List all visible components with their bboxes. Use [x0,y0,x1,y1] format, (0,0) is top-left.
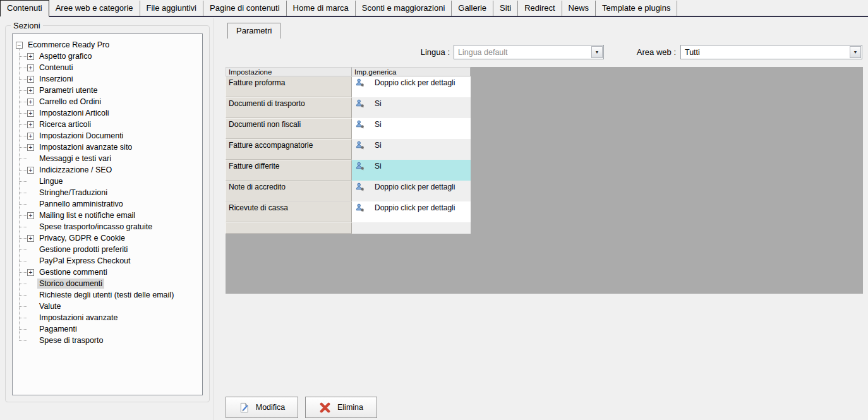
tab-contenuti[interactable]: Contenuti [0,0,49,17]
tree-item-aspetto-grafico[interactable]: + Aspetto grafico [13,51,202,62]
value-cell[interactable]: Si [352,139,471,160]
value-cell[interactable]: Si [352,118,471,139]
tree-expander-icon[interactable]: + [27,235,34,242]
table-row-note-di-accredito[interactable]: Note di accredito Doppio click per detta… [226,181,471,201]
area-web-value: Tutti [681,48,850,57]
tab-sconti-e-maggiorazioni[interactable]: Sconti e maggiorazioni [356,1,452,16]
tree-expander-icon [27,189,34,196]
tree-expander-icon[interactable]: + [27,144,34,151]
tree-expander-icon [27,258,34,265]
setting-cell[interactable]: Ricevute di cassa [226,201,352,222]
tree-expander-icon [27,292,34,299]
table-row-fatture-differite[interactable]: Fatture differite Si [226,160,471,181]
tree-item-spese-di-trasporto[interactable]: Spese di trasporto [13,335,202,346]
setting-cell[interactable]: Fatture proforma [226,76,352,97]
value-cell[interactable]: Doppio click per dettagli [352,201,471,222]
tree-item-impostazioni-documenti[interactable]: + Impostazioni Documenti [13,130,202,141]
tree-children: + Aspetto grafico + Contenuti + Inserzio… [13,51,202,346]
tree-expander-icon [27,326,34,333]
tree-item-inserzioni[interactable]: + Inserzioni [13,73,202,85]
tab-home-di-marca[interactable]: Home di marca [287,1,356,16]
tree-expander-icon[interactable]: + [27,99,34,105]
tree-item-root[interactable]: − Ecommerce Ready Pro [13,39,202,51]
user-setting-icon [356,120,365,129]
col-header-imp-generica[interactable]: Imp.generica [352,67,471,76]
tab-file-aggiuntivi[interactable]: File aggiuntivi [140,1,204,16]
tab-aree-web-e-categorie[interactable]: Aree web e categorie [49,1,140,16]
tree-expander-icon[interactable]: + [27,121,34,128]
tab-template-e-plugins[interactable]: Template e plugins [596,1,677,16]
tree-expander-icon[interactable]: + [27,133,34,140]
tree-item-gestione-prodotti-preferiti[interactable]: Gestione prodotti preferiti [13,244,202,255]
value-cell[interactable]: Doppio click per dettagli [352,76,471,97]
top-tab-bar: ContenutiAree web e categorieFile aggiun… [0,0,868,17]
tree-item-parametri-utente[interactable]: + Parametri utente [13,85,202,96]
tree-item-impostazioni-avanzate-sito[interactable]: + Impostazioni avanzate sito [13,141,202,153]
tree-item-mailing-list-e-notifiche-email[interactable]: + Mailing list e notifiche email [13,210,202,221]
table-row-documenti-non-fiscali[interactable]: Documenti non fiscali Si [226,118,471,139]
tree-item-impostazioni-articoli[interactable]: + Impostazioni Articoli [13,107,202,119]
tree-item-indicizzazione-seo[interactable]: + Indicizzazione / SEO [13,164,202,176]
modifica-label: Modifica [256,403,286,412]
tree-expander-icon [27,155,34,162]
table-row-fatture-accompagnatorie[interactable]: Fatture accompagnatorie Si [226,139,471,160]
tree-item-spese-trasporto-incasso-gratuite[interactable]: Spese trasporto/incasso gratuite [13,221,202,232]
modifica-button[interactable]: Modifica [226,397,298,418]
user-setting-icon [356,162,365,171]
tree-item-valute[interactable]: Valute [13,301,202,312]
tab-parametri[interactable]: Parametri [227,23,280,39]
chevron-down-icon[interactable]: ▼ [850,46,861,58]
table-row-ricevute-di-cassa[interactable]: Ricevute di cassa Doppio click per detta… [226,201,471,222]
user-setting-icon [356,78,365,87]
elimina-button[interactable]: Elimina [305,397,377,418]
tab-redirect[interactable]: Redirect [518,1,562,16]
tree-item-gestione-commenti[interactable]: + Gestione commenti [13,267,202,278]
table-row-fatture-proforma[interactable]: Fatture proforma Doppio click per dettag… [226,76,471,97]
tree-collapse-icon[interactable]: − [16,42,23,49]
settings-table: Impostazione Imp.generica Fatture profor… [226,67,471,234]
tree-expander-icon[interactable]: + [27,64,34,71]
tree-expander-icon[interactable]: + [27,87,34,94]
area-web-select[interactable]: Tutti ▼ [680,45,862,59]
setting-cell[interactable]: Documenti non fiscali [226,118,352,139]
tree-item-lingue[interactable]: Lingue [13,176,202,187]
value-cell[interactable]: Doppio click per dettagli [352,181,471,201]
tree-item-ricerca-articoli[interactable]: + Ricerca articoli [13,119,202,130]
setting-cell[interactable]: Fatture accompagnatorie [226,139,352,160]
value-cell[interactable]: Si [352,160,471,181]
tree-item-storico-documenti[interactable]: Storico documenti [13,278,202,289]
table-row-documenti-di-trasporto[interactable]: Documenti di trasporto Si [226,97,471,118]
tree-item-pannello-amministrativo[interactable]: Pannello amministrativo [13,198,202,210]
tree-item-messaggi-e-testi-vari[interactable]: Messaggi e testi vari [13,153,202,164]
tree-item-carrello-ed-ordini[interactable]: + Carrello ed Ordini [13,96,202,107]
tab-news[interactable]: News [562,1,596,16]
tree-expander-icon[interactable]: + [27,76,34,83]
tab-pagine-di-contenuti[interactable]: Pagine di contenuti [203,1,287,16]
tree-item-richieste-degli-utenti-testi-delle-email[interactable]: Richieste degli utenti (testi delle emai… [13,289,202,301]
tree-expander-icon [27,201,34,208]
sections-tree[interactable]: − Ecommerce Ready Pro + Aspetto grafico … [12,33,203,395]
lingua-value: Lingua default [454,48,591,57]
setting-cell[interactable]: Documenti di trasporto [226,97,352,118]
tree-expander-icon[interactable]: + [27,167,34,174]
tree-item-privacy-gdpr-e-cookie[interactable]: + Privacy, GDPR e Cookie [13,232,202,244]
value-cell[interactable]: Si [352,97,471,118]
tree-expander-icon[interactable]: + [27,269,34,276]
tab-siti[interactable]: Siti [493,1,518,16]
chevron-down-icon[interactable]: ▼ [591,46,603,58]
tree-expander-icon[interactable]: + [27,212,34,219]
tree-item-paypal-express-checkout[interactable]: PayPal Express Checkout [13,255,202,267]
lingua-select[interactable]: Lingua default ▼ [454,45,604,59]
tree-expander-icon[interactable]: + [27,110,34,117]
tree-item-pagamenti[interactable]: Pagamenti [13,323,202,335]
tree-expander-icon[interactable]: + [27,53,34,60]
setting-cell[interactable]: Fatture differite [226,160,352,181]
col-header-impostazione[interactable]: Impostazione [226,67,352,76]
tree-item-contenuti[interactable]: + Contenuti [13,62,202,73]
setting-cell[interactable]: Note di accredito [226,181,352,201]
tree-item-stringhe-traduzioni[interactable]: Stringhe/Traduzioni [13,187,202,198]
tree-item-impostazioni-avanzate[interactable]: Impostazioni avanzate [13,312,202,323]
sections-groupbox: Sezioni − Ecommerce Ready Pro + Aspetto … [5,25,210,402]
tree-expander-icon [27,224,34,231]
tab-gallerie[interactable]: Gallerie [452,1,493,16]
